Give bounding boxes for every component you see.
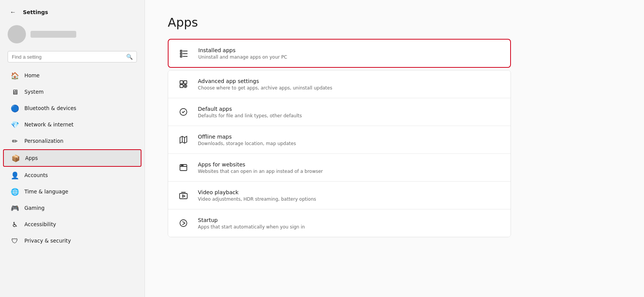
- svg-rect-4: [180, 56, 182, 57]
- search-input[interactable]: [12, 54, 123, 60]
- sidebar-item-apps[interactable]: 📦Apps: [3, 149, 141, 167]
- system-icon: 🖥: [11, 88, 19, 96]
- avatar: [8, 25, 26, 43]
- default-apps-icon: [177, 105, 190, 119]
- sidebar-label-home: Home: [24, 72, 40, 78]
- sidebar-label-time: Time & language: [24, 188, 68, 195]
- svg-point-19: [183, 165, 183, 166]
- user-name-placeholder: [31, 31, 76, 38]
- sidebar: ← Settings 🔍 🏠Home🖥System🔵Bluetooth & de…: [0, 0, 145, 297]
- sidebar-nav: 🏠Home🖥System🔵Bluetooth & devices💎Network…: [0, 67, 145, 249]
- settings-item-installed-apps[interactable]: Installed appsUninstall and manage apps …: [168, 39, 511, 68]
- sidebar-item-network[interactable]: 💎Network & internet: [3, 117, 141, 133]
- settings-item-default-apps[interactable]: Default appsDefaults for file and link t…: [168, 98, 511, 126]
- svg-rect-20: [180, 193, 187, 199]
- settings-item-apps-for-websites[interactable]: Apps for websitesWebsites that can open …: [168, 154, 511, 182]
- sidebar-item-personalization[interactable]: ✏️Personalization: [3, 133, 141, 149]
- startup-title: Startup: [198, 217, 305, 223]
- accessibility-icon: ♿: [11, 220, 19, 228]
- svg-point-23: [180, 220, 187, 227]
- home-icon: 🏠: [11, 71, 19, 80]
- advanced-app-settings-icon: [177, 77, 190, 91]
- installed-apps-text: Installed appsUninstall and manage apps …: [198, 47, 287, 60]
- advanced-app-settings-text: Advanced app settingsChoose where to get…: [198, 78, 332, 91]
- sidebar-label-personalization: Personalization: [24, 138, 63, 144]
- svg-rect-0: [180, 50, 182, 52]
- settings-list: Installed appsUninstall and manage apps …: [168, 39, 511, 237]
- default-apps-title: Default apps: [198, 106, 302, 112]
- sidebar-label-bluetooth: Bluetooth & devices: [24, 105, 76, 111]
- time-icon: 🌐: [11, 187, 19, 196]
- sidebar-header: ← Settings: [0, 0, 145, 21]
- svg-rect-8: [180, 85, 183, 88]
- sidebar-item-home[interactable]: 🏠Home: [3, 67, 141, 83]
- svg-rect-6: [180, 81, 183, 84]
- sidebar-item-accessibility[interactable]: ♿Accessibility: [3, 216, 141, 232]
- offline-maps-icon: [177, 133, 190, 147]
- default-apps-text: Default appsDefaults for file and link t…: [198, 106, 302, 118]
- accounts-icon: 👤: [11, 171, 19, 179]
- back-button[interactable]: ←: [8, 7, 18, 18]
- bluetooth-icon: 🔵: [11, 104, 19, 112]
- installed-apps-title: Installed apps: [198, 47, 287, 53]
- sidebar-label-system: System: [24, 89, 43, 95]
- video-playback-icon: [177, 188, 190, 202]
- offline-maps-desc: Downloads, storage location, map updates: [198, 141, 296, 146]
- sidebar-item-time[interactable]: 🌐Time & language: [3, 184, 141, 200]
- svg-marker-21: [183, 195, 185, 197]
- apps-for-websites-icon: [177, 161, 190, 174]
- settings-item-offline-maps[interactable]: Offline mapsDownloads, storage location,…: [168, 126, 511, 154]
- offline-maps-text: Offline mapsDownloads, storage location,…: [198, 134, 296, 146]
- video-playback-title: Video playback: [198, 189, 316, 195]
- startup-text: StartupApps that start automatically whe…: [198, 217, 305, 230]
- sidebar-label-apps: Apps: [25, 155, 38, 161]
- startup-desc: Apps that start automatically when you s…: [198, 224, 305, 230]
- installed-apps-icon: [177, 46, 191, 60]
- apps-for-websites-desc: Websites that can open in an app instead…: [198, 169, 323, 174]
- advanced-app-settings-desc: Choose where to get apps, archive apps, …: [198, 85, 332, 91]
- video-playback-desc: Video adjustments, HDR streaming, batter…: [198, 196, 316, 202]
- settings-item-advanced-app-settings[interactable]: Advanced app settingsChoose where to get…: [168, 70, 511, 98]
- sidebar-label-privacy: Privacy & security: [24, 238, 71, 244]
- settings-item-video-playback[interactable]: Video playbackVideo adjustments, HDR str…: [168, 182, 511, 209]
- personalization-icon: ✏️: [11, 137, 19, 145]
- sidebar-item-privacy[interactable]: 🛡Privacy & security: [3, 233, 141, 249]
- apps-for-websites-title: Apps for websites: [198, 161, 323, 168]
- apps-icon: 📦: [11, 154, 20, 162]
- search-icon: 🔍: [126, 54, 133, 60]
- sidebar-label-gaming: Gaming: [24, 205, 45, 211]
- video-playback-text: Video playbackVideo adjustments, HDR str…: [198, 189, 316, 202]
- settings-item-startup[interactable]: StartupApps that start automatically whe…: [168, 209, 511, 237]
- sidebar-item-bluetooth[interactable]: 🔵Bluetooth & devices: [3, 100, 141, 116]
- sidebar-title: Settings: [23, 9, 48, 15]
- advanced-app-settings-title: Advanced app settings: [198, 78, 332, 84]
- search-box[interactable]: 🔍: [8, 51, 137, 62]
- svg-rect-7: [184, 81, 187, 84]
- gaming-icon: 🎮: [11, 204, 19, 212]
- settings-items-container: Advanced app settingsChoose where to get…: [168, 70, 511, 237]
- apps-for-websites-text: Apps for websitesWebsites that can open …: [198, 161, 323, 174]
- page-title: Apps: [168, 15, 621, 30]
- svg-marker-13: [180, 136, 187, 143]
- sidebar-label-accounts: Accounts: [24, 172, 48, 178]
- offline-maps-title: Offline maps: [198, 134, 296, 140]
- privacy-icon: 🛡: [11, 236, 19, 245]
- sidebar-label-accessibility: Accessibility: [24, 221, 56, 227]
- svg-rect-2: [180, 53, 182, 54]
- svg-point-18: [181, 165, 182, 166]
- startup-icon: [177, 216, 190, 230]
- sidebar-item-system[interactable]: 🖥System: [3, 84, 141, 100]
- installed-apps-desc: Uninstall and manage apps on your PC: [198, 54, 287, 60]
- user-section: [0, 21, 145, 47]
- sidebar-label-network: Network & internet: [24, 121, 74, 128]
- network-icon: 💎: [11, 120, 19, 129]
- sidebar-item-gaming[interactable]: 🎮Gaming: [3, 200, 141, 216]
- default-apps-desc: Defaults for file and link types, other …: [198, 113, 302, 118]
- main-content: Apps Installed appsUninstall and manage …: [145, 0, 644, 297]
- sidebar-item-accounts[interactable]: 👤Accounts: [3, 167, 141, 183]
